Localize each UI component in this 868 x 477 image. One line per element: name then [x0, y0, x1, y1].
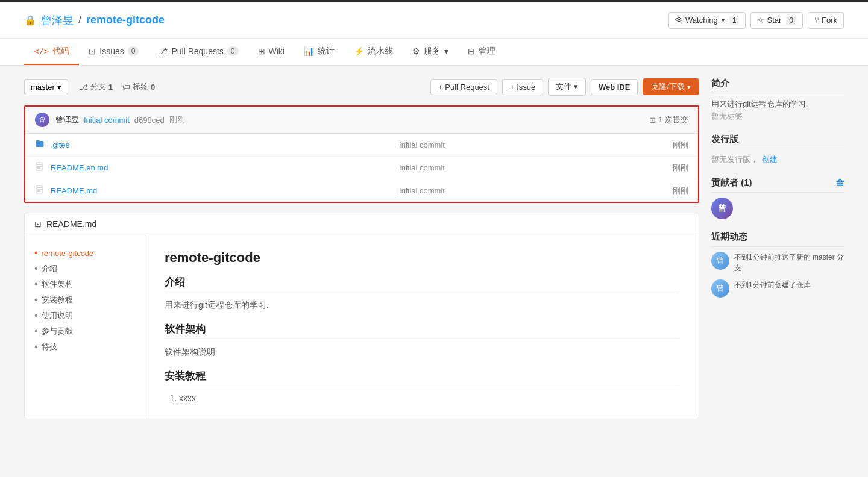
- pipeline-tab-icon: ⚡: [354, 46, 364, 56]
- sidebar-intro-title: 简介: [711, 78, 844, 93]
- file-btn[interactable]: 文件 ▾: [548, 78, 586, 96]
- tab-pullrequests[interactable]: ⎇ Pull Requests 0: [148, 39, 248, 64]
- branch-arrow: ▾: [57, 83, 61, 92]
- pipeline-tab-label: 流水线: [368, 46, 393, 57]
- stats-tab-label: 统计: [318, 46, 335, 57]
- file-name-readme-en[interactable]: README.en.md: [51, 163, 171, 172]
- commit-info: 曾泽昱 Initial commit d698ced 刚刚: [55, 114, 643, 125]
- commit-bar: 曾 曾泽昱 Initial commit d698ced 刚刚 ⊡ 1 次提交: [25, 107, 698, 134]
- tab-code[interactable]: </> 代码: [24, 39, 79, 65]
- file-btn-label: 文件: [556, 82, 571, 91]
- readme-nav-item-arch[interactable]: 软件架构: [34, 276, 135, 292]
- toolbar-right: + Pull Request + Issue 文件 ▾ Web IDE 克隆/下…: [430, 78, 699, 96]
- readme-install-item-1: xxxx: [179, 392, 679, 404]
- readme-nav-list: remote-gitcode 介绍 软件架构 安装教程 使用说明: [34, 245, 135, 355]
- file-time-readme: 刚刚: [673, 186, 688, 196]
- tab-stats[interactable]: 📊 统计: [294, 39, 344, 65]
- commit-count-text: 1 次提交: [658, 114, 688, 125]
- readme-nav-item-project[interactable]: remote-gitcode: [34, 245, 135, 261]
- manage-tab-label: 管理: [479, 46, 495, 57]
- toolbar-info: ⎇ 分支 1 🏷 标签 0: [79, 81, 155, 92]
- webide-btn[interactable]: Web IDE: [591, 79, 638, 95]
- sidebar-activity-title: 近期动态: [711, 231, 844, 247]
- release-create-link[interactable]: 创建: [762, 154, 778, 165]
- sidebar-tags: 暂无标签: [711, 111, 844, 122]
- folder-icon: [35, 139, 46, 151]
- tab-manage[interactable]: ⊟ 管理: [458, 39, 505, 65]
- file-row: README.en.md Initial commit 刚刚: [25, 157, 698, 179]
- star-button[interactable]: ☆ Star 0: [750, 12, 803, 29]
- watching-label: Watching: [685, 16, 718, 25]
- wiki-tab-icon: ⊞: [258, 46, 265, 56]
- activity-avatar-2: 曾: [711, 279, 729, 298]
- activity-item-1: 曾 不到1分钟前推送了新的 master 分支: [711, 252, 844, 273]
- issue-btn[interactable]: + Issue: [502, 79, 543, 95]
- file-name-readme[interactable]: README.md: [51, 186, 171, 195]
- readme-nav-item-intro[interactable]: 介绍: [34, 261, 135, 276]
- readme-nav-item-install[interactable]: 安装教程: [34, 292, 135, 308]
- readme-content: remote-gitcode 介绍 用来进行git远程仓库的学习. 软件架构 软…: [145, 235, 699, 419]
- sidebar-contributors-section: 贡献者 (1) 全 曾: [711, 177, 844, 219]
- file-icon-readme-en: [35, 162, 46, 173]
- contributors-label: 贡献者 (1): [711, 177, 752, 189]
- activity-list: 曾 不到1分钟前推送了新的 master 分支 曾 不到1分钟前创建了仓库: [711, 252, 844, 298]
- file-time-gitee: 刚刚: [673, 140, 688, 151]
- title-separator: /: [78, 14, 81, 26]
- sidebar-activity-section: 近期动态 曾 不到1分钟前推送了新的 master 分支 曾 不到1分钟前创建了…: [711, 231, 844, 298]
- pr-tab-label: Pull Requests: [171, 46, 223, 56]
- fork-button[interactable]: ⑂ Fork: [808, 12, 844, 29]
- file-icon-readme: [35, 185, 46, 196]
- activity-avatar-1: 曾: [711, 252, 729, 270]
- toolbar: master ▾ ⎇ 分支 1 🏷 标签 0 + Pull Request + …: [24, 78, 699, 96]
- tag-count-text: 标签 0: [133, 81, 155, 92]
- watching-button[interactable]: 👁 Watching ▾ 1: [668, 12, 746, 29]
- contributors-list: 曾: [711, 198, 844, 219]
- activity-item-2: 曾 不到1分钟前创建了仓库: [711, 279, 844, 298]
- stats-tab-icon: 📊: [304, 46, 314, 56]
- eye-icon: 👁: [675, 16, 683, 25]
- branch-selector[interactable]: master ▾: [24, 79, 68, 95]
- pull-request-btn[interactable]: + Pull Request: [430, 79, 497, 95]
- tag-count-info: 🏷 标签 0: [122, 81, 155, 92]
- tab-wiki[interactable]: ⊞ Wiki: [248, 39, 294, 64]
- readme-body: remote-gitcode 介绍 软件架构 安装教程 使用说明: [25, 235, 699, 419]
- tab-issues[interactable]: ⊡ Issues 0: [79, 39, 148, 64]
- pr-tab-icon: ⎇: [158, 46, 168, 56]
- repo-title: 🔒 曾泽昱 / remote-gitcode: [24, 13, 165, 28]
- branch-name: master: [31, 83, 55, 92]
- file-list-container: 曾 曾泽昱 Initial commit d698ced 刚刚 ⊡ 1 次提交: [24, 105, 699, 203]
- header-actions: 👁 Watching ▾ 1 ☆ Star 0 ⑂ Fork: [668, 12, 844, 29]
- file-name-gitee[interactable]: .gitee: [51, 140, 171, 149]
- readme-install-heading: 安装教程: [165, 369, 679, 387]
- clone-btn-arrow: ▾: [687, 83, 691, 91]
- readme-nav-item-contribute[interactable]: 参与贡献: [34, 323, 135, 339]
- repo-owner[interactable]: 曾泽昱: [41, 13, 74, 28]
- tab-services[interactable]: ⚙ 服务 ▾: [403, 39, 458, 65]
- contributor-avatar-1[interactable]: 曾: [711, 198, 733, 219]
- contributors-all-link[interactable]: 全: [836, 177, 844, 188]
- sidebar-release-title: 发行版: [711, 134, 844, 149]
- repo-name[interactable]: remote-gitcode: [86, 14, 165, 26]
- clone-btn[interactable]: 克隆/下载 ▾: [643, 78, 699, 95]
- manage-tab-icon: ⊟: [468, 46, 475, 56]
- header-bar: 🔒 曾泽昱 / remote-gitcode 👁 Watching ▾ 1 ☆ …: [0, 2, 868, 39]
- sidebar-release-section: 发行版 暂无发行版， 创建: [711, 134, 844, 165]
- activity-text-1: 不到1分钟前推送了新的 master 分支: [734, 252, 844, 273]
- star-count: 0: [786, 16, 796, 25]
- commit-message[interactable]: Initial commit: [84, 116, 130, 125]
- file-commit-msg-readme: Initial commit: [171, 186, 673, 195]
- readme-nav-item-tricks[interactable]: 特技: [34, 339, 135, 355]
- sidebar-contributors-title: 贡献者 (1) 全: [711, 177, 844, 193]
- star-label: Star: [767, 16, 781, 25]
- issues-badge: 0: [128, 46, 139, 56]
- commit-hash: d698ced: [134, 116, 165, 125]
- release-empty-text: 暂无发行版，: [711, 154, 758, 165]
- main-content: master ▾ ⎇ 分支 1 🏷 标签 0 + Pull Request + …: [0, 66, 868, 431]
- tab-pipeline[interactable]: ⚡ 流水线: [344, 39, 403, 65]
- commit-author[interactable]: 曾泽昱: [55, 114, 79, 125]
- branch-count-info: ⎇ 分支 1: [79, 81, 113, 92]
- sidebar-intro-section: 简介 用来进行git远程仓库的学习. 暂无标签: [711, 78, 844, 122]
- readme-header-title: README.md: [46, 219, 96, 229]
- readme-nav-item-usage[interactable]: 使用说明: [34, 308, 135, 323]
- services-tab-label: 服务: [424, 46, 441, 57]
